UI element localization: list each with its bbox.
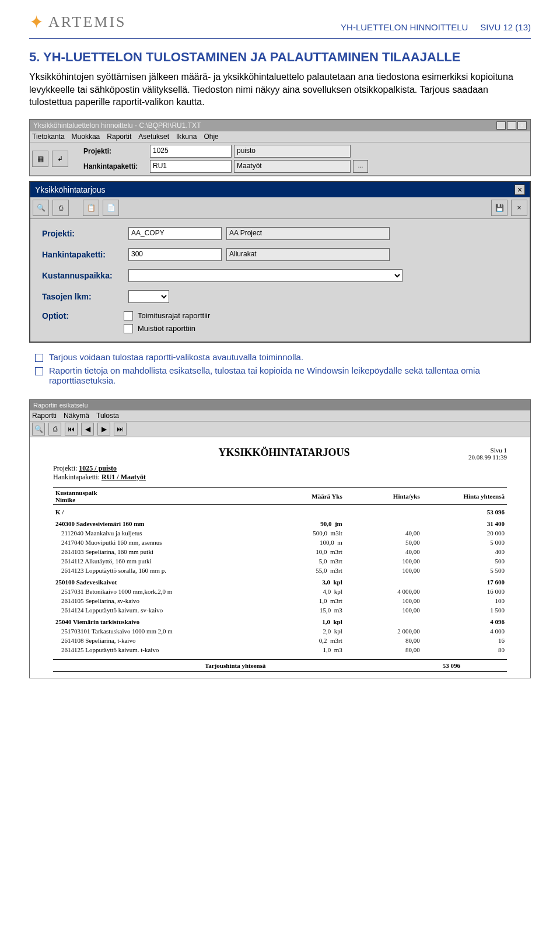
m-optiot-label: Optiot: bbox=[42, 311, 124, 333]
checkbox-muistiot[interactable] bbox=[124, 324, 133, 333]
prev-page-button[interactable]: ◀ bbox=[81, 423, 94, 436]
delete-button[interactable]: × bbox=[511, 200, 527, 216]
projekti-label: Projekti: bbox=[83, 147, 148, 155]
section-title: 5. YH-LUETTELON TULOSTAMINEN JA PALAUTTA… bbox=[29, 50, 531, 65]
table-row: 2614112 Alkutäyttö, 160 mm putki5,0 m3rt… bbox=[53, 556, 507, 566]
star-icon: ✦ bbox=[29, 12, 44, 32]
save-button[interactable]: 💾 bbox=[491, 200, 508, 216]
table-row: 250100 Sadevesikaivot3,0 kpl17 600 bbox=[53, 575, 507, 587]
kustannuspaikka-select[interactable] bbox=[128, 269, 402, 282]
hankinta-label: Hankintapaketti: bbox=[83, 162, 148, 170]
dialog-title: Yksikköhintatarjous bbox=[35, 185, 106, 194]
table-row: K /53 096 bbox=[53, 504, 507, 517]
toolbar: ▦ ↲ Projekti: 1025 puisto Hankintapakett… bbox=[30, 142, 530, 176]
rep-proj-val: 1025 / puisto bbox=[79, 464, 117, 472]
app-window-main: Yksikköhintaluettelon hinnoittelu - C:\B… bbox=[29, 119, 531, 176]
m-projekti-name: AA Project bbox=[226, 227, 390, 240]
table-row: 25040 Viemärin tarkistuskaivo1,0 kpl4 09… bbox=[53, 615, 507, 626]
menu-muokkaa[interactable]: Muokkaa bbox=[72, 133, 100, 141]
doc-title: YH-LUETTELON HINNOITTELU bbox=[341, 22, 468, 32]
report-table: KustannuspaikNimike Määrä Yks Hinta/yks … bbox=[53, 487, 507, 654]
first-page-button[interactable]: ⏮ bbox=[65, 423, 78, 436]
rmenu-nakyma[interactable]: Näkymä bbox=[64, 412, 89, 420]
paste-button[interactable]: 📄 bbox=[103, 200, 119, 216]
m-hankinta-code[interactable]: 300 bbox=[128, 248, 222, 261]
m-hankinta-name: Aliurakat bbox=[226, 248, 390, 261]
report-body: YKSIKKÖHINTATARJOUS Sivu 1 20.08.99 11:3… bbox=[30, 437, 530, 678]
menu-ohje[interactable]: Ohje bbox=[204, 133, 218, 141]
projekti-code[interactable]: 1025 bbox=[150, 145, 232, 158]
rep-hank-lbl: Hankintapaketti: bbox=[53, 473, 100, 481]
rmenu-raportti[interactable]: Raportti bbox=[32, 412, 57, 420]
report-window-title: Raportin esikatselu bbox=[33, 402, 88, 409]
menu-asetukset[interactable]: Asetukset bbox=[138, 133, 169, 141]
logo: ✦ ARTEMIS bbox=[29, 12, 127, 32]
rep-hank-val: RU1 / Maatyöt bbox=[102, 473, 146, 481]
dialog-close-button[interactable]: × bbox=[514, 184, 525, 195]
report-total: Tarjoushinta yhteensä 53 096 bbox=[53, 659, 507, 672]
report-preview-window: Raportin esikatselu Raportti Näkymä Tulo… bbox=[29, 399, 531, 678]
report-page: Sivu 1 bbox=[468, 447, 507, 454]
page-number: SIVU 12 (13) bbox=[480, 22, 531, 32]
m-hankinta-label: Hankintapaketti: bbox=[42, 250, 124, 259]
m-kust-label: Kustannuspaikka: bbox=[42, 271, 124, 280]
print-button[interactable]: ⎙ bbox=[48, 423, 61, 436]
rmenu-tulosta[interactable]: Tulosta bbox=[96, 412, 119, 420]
table-row: 240300 Sadevesiviemäri 160 mm90,0 jm31 4… bbox=[53, 517, 507, 528]
table-row: 2614105 Sepeliarina, sv-kaivo1,0 m3rt100… bbox=[53, 596, 507, 605]
opt2-label: Muistiot raporttiin bbox=[138, 324, 195, 333]
report-date: 20.08.99 11:39 bbox=[468, 454, 507, 461]
table-row: 251703101 Tarkastuskaivo 1000 mm 2,0 m2,… bbox=[53, 626, 507, 636]
opt1-label: Toimitusrajat raporttiir bbox=[138, 311, 210, 320]
toolbar-btn-1[interactable]: ▦ bbox=[32, 151, 48, 167]
copy-button[interactable]: 📋 bbox=[83, 200, 99, 216]
minimize-button[interactable]: _ bbox=[496, 121, 506, 130]
body-paragraph: Yksikköhintojen syöttämisen jälkeen määr… bbox=[29, 71, 531, 109]
menu-ikkuna[interactable]: Ikkuna bbox=[176, 133, 197, 141]
last-page-button[interactable]: ⏭ bbox=[114, 423, 127, 436]
bullet-1: Tarjous voidaan tulostaa raportti-valiko… bbox=[49, 352, 303, 362]
checkbox-toimitusrajat[interactable] bbox=[124, 311, 133, 321]
hankinta-name: Maatyöt bbox=[234, 160, 351, 173]
print-button[interactable]: ⎙ bbox=[52, 200, 69, 216]
page-header: ✦ ARTEMIS YH-LUETTELON HINNOITTELU SIVU … bbox=[29, 12, 531, 39]
preview-button[interactable]: 🔍 bbox=[33, 200, 49, 216]
report-title: YKSIKKÖHINTATARJOUS bbox=[100, 447, 468, 459]
m-tasot-label: Tasojen lkm: bbox=[42, 292, 124, 301]
table-row: 2112040 Maankaivu ja kuljetus500,0 m3it4… bbox=[53, 528, 507, 538]
maximize-button[interactable]: □ bbox=[507, 121, 516, 130]
menu-raportit[interactable]: Raportit bbox=[107, 133, 131, 141]
toolbar-btn-2[interactable]: ↲ bbox=[52, 151, 68, 167]
m-projekti-code[interactable]: AA_COPY bbox=[128, 227, 222, 240]
menu-tietokanta[interactable]: Tietokanta bbox=[32, 133, 65, 141]
menu-bar: Tietokanta Muokkaa Raportit Asetukset Ik… bbox=[30, 131, 530, 142]
m-projekti-label: Projekti: bbox=[42, 229, 124, 238]
rep-proj-lbl: Projekti: bbox=[53, 464, 77, 472]
dialog-toolbar: 🔍 ⎙ 📋 📄 💾 × bbox=[30, 197, 530, 219]
hankinta-code[interactable]: RU1 bbox=[150, 160, 232, 173]
report-toolbar: 🔍 ⎙ ⏮ ◀ ▶ ⏭ bbox=[30, 422, 530, 437]
table-row: 2517031 Betonikaivo 1000 mm,kork.2,0 m4,… bbox=[53, 587, 507, 596]
dialog-title-bar: Yksikköhintatarjous × bbox=[30, 182, 530, 197]
table-row: 2614103 Sepeliarina, 160 mm putki10,0 m3… bbox=[53, 547, 507, 556]
window-title: Yksikköhintaluettelon hinnoittelu - C:\B… bbox=[33, 121, 201, 130]
table-row: 2417040 Muoviputki 160 mm, asennus100,0 … bbox=[53, 538, 507, 547]
bullet-icon bbox=[35, 367, 43, 375]
logo-text: ARTEMIS bbox=[48, 13, 127, 31]
header-right: YH-LUETTELON HINNOITTELU SIVU 12 (13) bbox=[341, 22, 531, 32]
next-page-button[interactable]: ▶ bbox=[97, 423, 110, 436]
table-row: 2614124 Lopputäyttö kaivum. sv-kaivo15,0… bbox=[53, 605, 507, 615]
report-menu-bar: Raportti Näkymä Tulosta bbox=[30, 410, 530, 422]
tasot-select[interactable] bbox=[128, 290, 169, 303]
bullet-icon bbox=[35, 354, 43, 362]
table-row: 2614125 Lopputäyttö kaivum. t-kaivo1,0 m… bbox=[53, 645, 507, 654]
browse-button[interactable]: ... bbox=[353, 160, 368, 173]
projekti-name: puisto bbox=[234, 145, 351, 158]
bullet-2: Raportin tietoja on mahdollista esikatse… bbox=[49, 365, 531, 385]
table-row: 2614123 Lopputäyttö soralla, 160 mm p.55… bbox=[53, 566, 507, 575]
title-bar: Yksikköhintaluettelon hinnoittelu - C:\B… bbox=[30, 120, 530, 131]
zoom-button[interactable]: 🔍 bbox=[32, 423, 45, 436]
bullet-list: Tarjous voidaan tulostaa raportti-valiko… bbox=[35, 352, 531, 385]
close-button[interactable]: × bbox=[517, 121, 527, 130]
tarjous-dialog: Yksikköhintatarjous × 🔍 ⎙ 📋 📄 💾 × Projek… bbox=[29, 181, 531, 343]
